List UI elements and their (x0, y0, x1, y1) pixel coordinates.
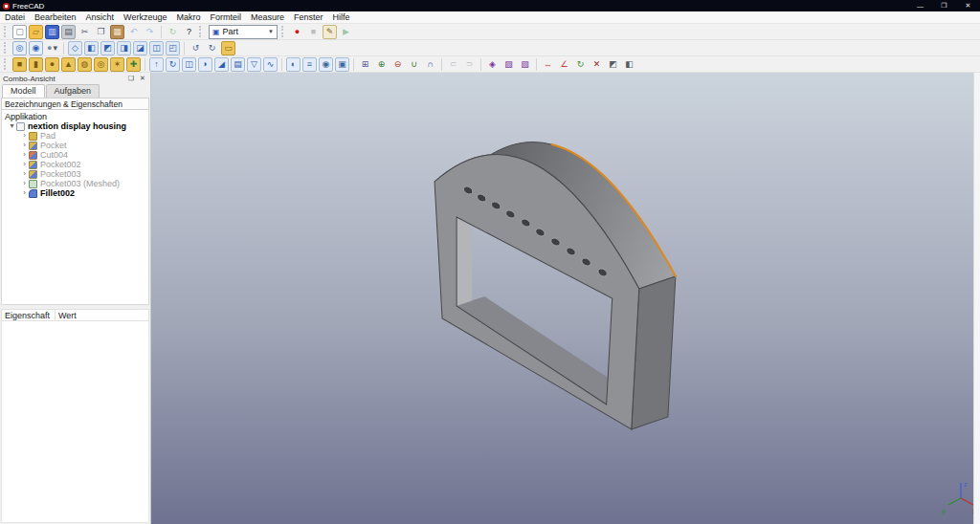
part-intersection-icon[interactable]: ∩ (423, 57, 437, 72)
expander-icon[interactable]: › (20, 141, 29, 150)
expander-icon[interactable]: › (20, 131, 29, 141)
part-offset-icon[interactable]: ◉ (319, 57, 333, 72)
edit-cut-icon[interactable]: ✂ (78, 25, 92, 39)
expander-icon[interactable]: ▾ (8, 121, 16, 131)
rotate-right-icon[interactable]: ↻ (205, 41, 219, 55)
measure-refresh-icon[interactable]: ↻ (573, 57, 588, 72)
menu-measure[interactable]: Measure (246, 11, 289, 24)
model-scene[interactable]: z x y (151, 73, 973, 524)
macro-record-icon[interactable]: ● (290, 25, 304, 39)
macro-stop-icon[interactable]: ■ (306, 25, 321, 39)
part-chamfer-icon[interactable]: ◢ (214, 57, 229, 72)
tree-item-pocket003-meshed[interactable]: › Pocket003 (Meshed) (2, 179, 148, 188)
viewport-3d[interactable]: z x y (151, 73, 973, 524)
rotate-left-icon[interactable]: ↺ (189, 41, 203, 55)
refresh-icon[interactable]: ↻ (166, 25, 180, 39)
tree-item-pocket002[interactable]: › Pocket002 (2, 160, 148, 169)
part-cylinder-icon[interactable]: ▮ (29, 57, 43, 72)
view-isometric-icon[interactable]: ◇ (68, 41, 82, 55)
part-mirror-icon[interactable]: ◫ (182, 57, 196, 72)
menu-hilfe[interactable]: Hilfe (328, 11, 355, 24)
close-button[interactable]: ✕ (956, 0, 980, 11)
part-sweep-icon[interactable]: ∿ (263, 57, 278, 72)
part-cone-icon[interactable]: ▲ (61, 57, 76, 72)
edit-redo-icon[interactable]: ↷ (143, 25, 157, 39)
part-join-embed-icon[interactable]: ⊃ (462, 57, 477, 72)
document-new-icon[interactable]: ▢ (12, 25, 27, 39)
property-grid-body[interactable] (1, 321, 149, 523)
part-shapebuilder-icon[interactable]: ✚ (126, 57, 141, 72)
part-loft-icon[interactable]: ▽ (247, 57, 261, 72)
part-slice-icon[interactable]: ▧ (518, 57, 532, 72)
toolbar-drag-handle[interactable] (281, 26, 286, 37)
part-torus-icon[interactable]: ◍ (78, 57, 92, 72)
part-fillet-icon[interactable]: ◗ (198, 57, 212, 72)
tree-item-cut004[interactable]: › Cut004 (2, 150, 148, 160)
value-column-header[interactable]: Wert (56, 309, 149, 321)
part-revolve-icon[interactable]: ↻ (166, 57, 180, 72)
part-cut-icon[interactable]: ⊖ (390, 57, 405, 72)
menu-bearbeiten[interactable]: Bearbeiten (30, 11, 81, 24)
part-boolean-fragments-icon[interactable]: ◈ (485, 57, 500, 72)
toolbar-drag-handle[interactable] (4, 26, 9, 37)
menu-fenster[interactable]: Fenster (289, 11, 328, 24)
menu-makro[interactable]: Makro (171, 11, 205, 24)
part-box-icon[interactable]: ■ (12, 57, 27, 72)
expander-icon[interactable]: › (20, 160, 29, 169)
part-primitives-icon[interactable]: ✶ (110, 57, 124, 72)
panel-float-button[interactable]: ❏ (126, 75, 136, 82)
menu-formteil[interactable]: Formteil (205, 11, 246, 24)
part-compound-icon[interactable]: ⊞ (358, 57, 372, 72)
macro-execute-icon[interactable]: ▶ (339, 25, 353, 39)
edit-copy-icon[interactable]: ❐ (94, 25, 108, 39)
part-thickness-icon[interactable]: ▣ (335, 57, 349, 72)
tab-aufgaben[interactable]: Aufgaben (46, 84, 100, 98)
view-rear-icon[interactable]: ◪ (133, 41, 147, 55)
toolbar-drag-handle[interactable] (4, 42, 9, 54)
expander-icon[interactable]: › (20, 150, 29, 160)
menu-datei[interactable]: Datei (0, 11, 30, 24)
part-boolean-icon[interactable]: ⊕ (374, 57, 389, 72)
menu-werkzeuge[interactable]: Werkzeuge (119, 11, 171, 24)
view-top-icon[interactable]: ◩ (100, 41, 115, 55)
menu-ansicht[interactable]: Ansicht (81, 11, 120, 24)
measure-distance-view-icon[interactable]: ▭ (221, 41, 235, 55)
title-bar[interactable]: FreeCAD — ❐ ✕ (0, 0, 980, 11)
part-extrude-icon[interactable]: ↑ (149, 57, 164, 72)
scrollbar-strip[interactable] (973, 73, 980, 524)
part-section-icon[interactable]: ◐ (286, 57, 301, 72)
minimize-button[interactable]: — (908, 0, 932, 11)
edit-paste-icon[interactable]: ▦ (110, 25, 124, 39)
part-ruled-surface-icon[interactable]: ▤ (231, 57, 245, 72)
tree-item-document[interactable]: ▾ nextion display housing (2, 121, 148, 131)
fit-all-icon[interactable]: ◎ (12, 41, 27, 55)
tab-modell[interactable]: Modell (2, 84, 45, 98)
measure-toggle-all-icon[interactable]: ◩ (606, 57, 620, 72)
toolbar-drag-handle[interactable] (4, 58, 9, 70)
part-sphere-icon[interactable]: ● (45, 57, 59, 72)
combo-view-titlebar[interactable]: Combo-Ansicht ❏ ✕ (0, 73, 150, 84)
measure-angular-icon[interactable]: ∠ (557, 57, 571, 72)
toolbar-drag-handle[interactable] (199, 26, 204, 37)
tree-item-pocket[interactable]: › Pocket (2, 141, 148, 150)
measure-linear-icon[interactable]: ↔ (541, 57, 555, 72)
macro-edit-icon[interactable]: ✎ (323, 25, 337, 39)
tree-item-pad[interactable]: › Pad (2, 131, 148, 141)
part-join-connect-icon[interactable]: ⊂ (446, 57, 460, 72)
view-left-icon[interactable]: ◰ (166, 41, 180, 55)
whats-this-icon[interactable]: ? (182, 25, 196, 39)
measure-clear-all-icon[interactable]: ✕ (590, 57, 604, 72)
fit-selection-icon[interactable]: ◉ (29, 41, 43, 55)
edit-undo-icon[interactable]: ↶ (126, 25, 141, 39)
tree-item-fillet002[interactable]: › Fillet002 (2, 188, 148, 198)
view-right-icon[interactable]: ◨ (117, 41, 131, 55)
document-open-icon[interactable]: ▱ (29, 25, 43, 39)
property-column-header[interactable]: Eigenschaft (1, 309, 56, 321)
part-cross-sections-icon[interactable]: ≡ (302, 57, 317, 72)
expander-icon[interactable]: › (20, 179, 29, 188)
measure-toggle-3d-icon[interactable]: ◧ (622, 57, 636, 72)
expander-icon[interactable]: › (20, 169, 29, 179)
maximize-button[interactable]: ❐ (932, 0, 956, 11)
document-print-icon[interactable]: ▤ (61, 25, 76, 39)
tree-root-application[interactable]: Applikation (2, 112, 148, 121)
